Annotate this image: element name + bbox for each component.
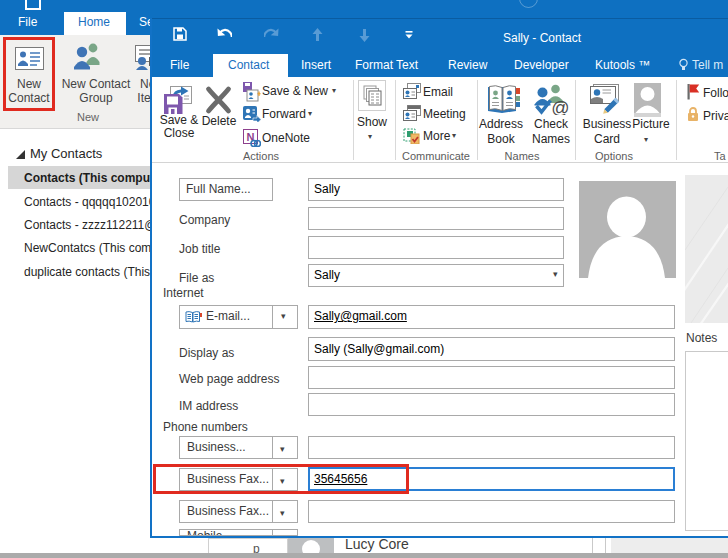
svg-text:@: @ bbox=[551, 98, 569, 115]
